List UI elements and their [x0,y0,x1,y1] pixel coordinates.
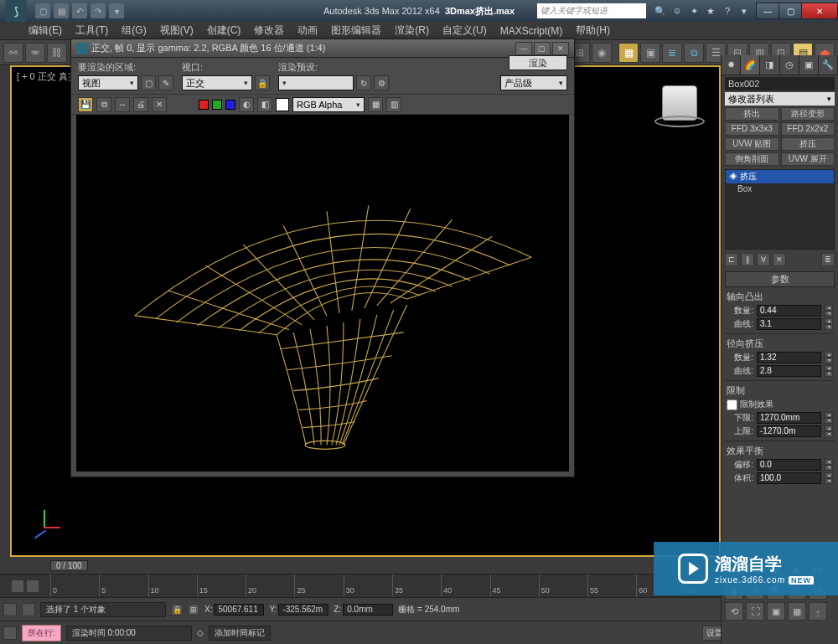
stack-item-squeeze[interactable]: ◈ 挤压 [726,170,834,183]
time-tag-icon[interactable]: ◇ [197,628,204,637]
limit-effect-checkbox[interactable]: 限制效果 [727,399,833,410]
mono-icon[interactable]: ◧ [257,97,272,112]
region-edit-icon[interactable]: ✎ [158,75,173,90]
toggle-overlay-icon[interactable]: ▦ [368,97,383,112]
balance-offset-spinner[interactable]: ▴▾ [825,459,833,471]
bind-icon[interactable]: ⛓ [47,43,67,63]
menu-customize[interactable]: 自定义(U) [436,23,494,38]
render-frame-icon[interactable]: ▣ [640,43,660,63]
rd-maximize-button[interactable]: ▢ [534,42,551,55]
region-icon[interactable]: ▢ [141,75,156,90]
script-rec-icon[interactable] [3,626,17,640]
limit-upper-input[interactable]: -1270.0m [757,425,821,437]
modbtn-extrude[interactable]: 挤出 [725,107,779,121]
stack-remove-icon[interactable]: ✕ [773,253,786,266]
qat-more-icon[interactable]: ▾ [109,3,124,18]
render-output-select[interactable]: 产品级 [500,75,567,90]
add-time-marker[interactable]: 添加时间标记 [209,626,271,641]
channel-green[interactable] [212,100,222,110]
channel-select[interactable]: RGB Alpha [292,97,365,112]
object-name-field[interactable]: Box002 [725,77,835,90]
abs-rel-icon[interactable]: ⊞ [188,604,199,616]
clone-icon[interactable]: ⧉ [96,97,111,112]
stack-pin-icon[interactable]: ⊏ [725,253,738,266]
help-search-input[interactable]: 键入关键字或短语 [537,3,646,18]
menu-tools[interactable]: 工具(T) [69,23,115,38]
render-frame-window[interactable]: 正交, 帧 0, 显示 gamma: 2.2, RGBA 颜色 16 位/通道 … [70,39,575,477]
balance-offset-input[interactable]: 0.0 [757,459,821,471]
menu-view[interactable]: 视图(V) [153,23,200,38]
modifier-list-select[interactable]: 修改器列表 [725,92,835,106]
track-keys-icon[interactable] [26,580,39,593]
zoom-ext-all-icon[interactable]: ▦ [788,602,806,621]
dropdown-icon[interactable]: ▾ [737,3,752,18]
modbtn-squeeze[interactable]: 挤压 [781,137,835,151]
subscription-icon[interactable]: ⛭ [670,3,685,18]
help-icon[interactable]: ? [720,3,735,18]
modbtn-ffd222[interactable]: FFD 2x2x2 [781,122,835,136]
selection-lock-icon[interactable]: 🔒 [171,604,183,616]
stack-unique-icon[interactable]: ∀ [757,253,770,266]
listener-mini-icon[interactable] [22,603,35,616]
channel-alpha-icon[interactable]: ◐ [239,97,254,112]
modbtn-bevel[interactable]: 倒角剖面 [725,152,779,166]
tab-create-icon[interactable]: ✸ [722,55,741,75]
search-icon[interactable]: 🔍 [653,3,668,18]
stack-show-icon[interactable]: ∥ [741,253,754,266]
app-logo[interactable]: ⟆ [5,0,27,22]
tab-modify-icon[interactable]: 🌈 [741,55,760,75]
channel-red[interactable] [199,100,209,110]
modifier-stack[interactable]: ◈ 挤压 Box [725,169,835,250]
render-viewport-select[interactable]: 正交 [182,75,252,90]
track-toggle-icon[interactable] [11,580,24,593]
limit-lower-input[interactable]: 1270.0mm [757,412,821,424]
menu-group[interactable]: 组(G) [115,23,153,38]
qat-redo-icon[interactable]: ↷ [91,3,106,18]
macro-line-label[interactable]: 所在行: [22,625,61,641]
exchange-icon[interactable]: ✦ [686,3,701,18]
qat-new-icon[interactable]: ▢ [35,3,50,18]
clear-icon[interactable]: ✕ [152,97,167,112]
menu-maxscript[interactable]: MAXScript(M) [494,25,570,37]
viewcube[interactable] [650,74,709,132]
stack-item-box[interactable]: Box [726,183,834,194]
bg-color-swatch[interactable] [276,98,289,111]
menu-create[interactable]: 创建(C) [200,23,248,38]
render-frame-titlebar[interactable]: 正交, 帧 0, 显示 gamma: 2.2, RGBA 颜色 16 位/通道 … [71,39,574,58]
link-icon[interactable]: ⚯ [3,43,23,63]
layers-icon[interactable]: ≣ [662,43,682,63]
balance-volume-input[interactable]: 100.0 [757,472,821,484]
tab-motion-icon[interactable]: ◷ [780,55,799,75]
coord-z-input[interactable]: 0.0mm [343,604,393,616]
menu-modifiers[interactable]: 修改器 [247,23,291,38]
minimize-button[interactable]: — [756,3,779,19]
render-button[interactable]: 渲染 [509,55,567,70]
preset-load-icon[interactable]: ↻ [356,75,371,90]
menu-animation[interactable]: 动画 [291,23,324,38]
close-button[interactable]: ✕ [801,3,838,19]
material-icon[interactable]: ◉ [592,43,612,63]
balance-volume-spinner[interactable]: ▴▾ [825,472,833,484]
rollout-params[interactable]: 参数 [725,271,835,287]
save-image-icon[interactable]: 💾 [78,97,93,112]
tab-display-icon[interactable]: ▣ [799,55,819,75]
zoom-ext-icon[interactable]: ▣ [767,602,785,621]
compare-icon[interactable]: ↔ [115,97,130,112]
limit-lower-spinner[interactable]: ▴▾ [825,412,833,424]
stack-config-icon[interactable]: ≣ [821,253,835,266]
time-slider-label[interactable]: 0 / 100 [50,560,88,571]
orbit-icon[interactable]: ⟲ [725,602,743,621]
limit-upper-spinner[interactable]: ▴▾ [825,425,833,437]
maximize-viewport-icon[interactable]: ⛶ [746,602,764,621]
modbtn-uvwmap[interactable]: UVW 贴图 [725,137,779,151]
menu-help[interactable]: 帮助(H) [569,23,617,38]
toggle-ui-icon[interactable]: ▥ [386,97,401,112]
modbtn-pathdeform[interactable]: 路径变形 [781,107,835,121]
rd-minimize-button[interactable]: — [515,42,532,55]
qat-undo-icon[interactable]: ↶ [72,3,87,18]
tab-utilities-icon[interactable]: 🔧 [819,55,838,75]
rd-close-button[interactable]: ✕ [552,42,569,55]
qat-open-icon[interactable]: ▤ [54,3,69,18]
menu-render[interactable]: 渲染(R) [388,23,436,38]
axial-curve-spinner[interactable]: ▴▾ [825,318,833,330]
